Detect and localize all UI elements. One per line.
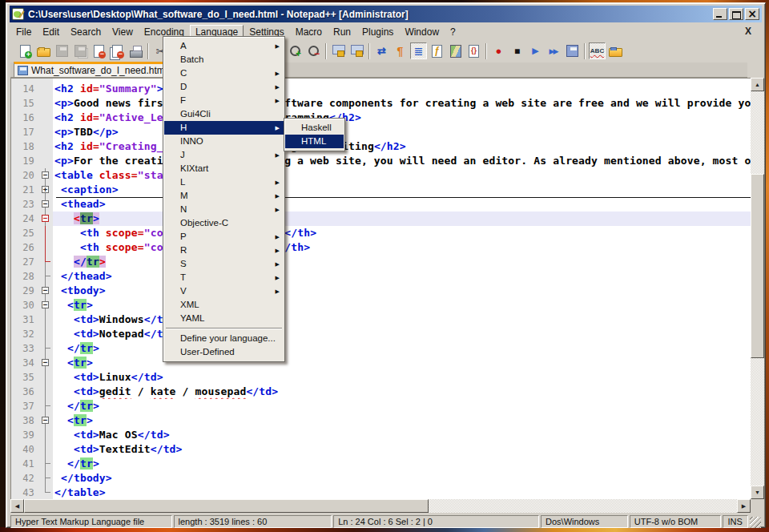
vertical-scrollbar[interactable]: ▲ ▼ (751, 78, 764, 499)
fold-marker[interactable]: − (38, 197, 53, 212)
horizontal-scrollbar[interactable]: ◀ ▶ (10, 499, 751, 513)
word-wrap-icon[interactable] (373, 42, 390, 59)
editor-line[interactable]: 30− <tr> (11, 298, 751, 312)
document-monitor-icon[interactable] (607, 42, 624, 59)
editor-line[interactable]: 31 <td>Windows</td> (11, 312, 751, 327)
fold-marker[interactable] (38, 399, 53, 413)
fold-marker[interactable] (38, 385, 53, 399)
macro-stop-icon[interactable] (509, 42, 525, 59)
editor-line[interactable]: 15<p>Good news first: all necessary soft… (11, 96, 751, 111)
editor-line[interactable]: 26 <th scope="col">Editor programs</th> (11, 240, 751, 255)
editor-line[interactable]: 43</table> (11, 486, 751, 499)
language-menu-item-m[interactable]: M▶ (164, 189, 284, 203)
language-menu-item-objective-c[interactable]: Objective-C (164, 216, 284, 230)
fold-marker[interactable]: − (38, 298, 53, 312)
editor-line[interactable]: 42 </tbody> (11, 471, 751, 486)
editor-line[interactable]: 41 </tr> (11, 457, 751, 471)
language-menu-item-r[interactable]: R▶ (164, 244, 284, 257)
editor-line[interactable]: 16<h2 id="Active_Learning_Method">Progra… (11, 111, 751, 125)
fold-marker[interactable]: − (38, 284, 53, 298)
language-menu-item-xml[interactable]: XML (164, 298, 284, 312)
fold-marker[interactable] (38, 442, 53, 457)
sync-horizontal-scroll-icon[interactable] (348, 42, 365, 59)
language-menu-item-p[interactable]: P▶ (164, 230, 284, 244)
menubar-item-[interactable]: ? (445, 25, 461, 39)
close-button[interactable] (745, 8, 759, 20)
editor-line[interactable]: 29− <tbody> (11, 284, 751, 298)
close-file-icon[interactable] (91, 42, 107, 59)
editor-line[interactable]: 27 </tr> (11, 255, 751, 269)
fold-marker[interactable]: − (38, 212, 53, 226)
language-menu-item-define-your-language[interactable]: Define your language... (164, 332, 284, 345)
editor-line[interactable]: 25 <th scope="col">Operating system</th> (11, 226, 751, 240)
editor-line[interactable]: 18<h2 id="Creating_and_editing">Creating… (11, 139, 751, 154)
macro-save-icon[interactable] (564, 42, 581, 59)
editor-line[interactable]: 33 </tr> (11, 341, 751, 356)
editor-line[interactable]: 32 <td>Notepad</td> (11, 327, 751, 341)
fold-marker[interactable] (38, 471, 53, 486)
macro-play-icon[interactable] (527, 42, 544, 59)
language-menu-item-kixtart[interactable]: KIXtart (164, 162, 284, 175)
language-menu-item-gui4cli[interactable]: Gui4Cli (164, 107, 284, 121)
sync-vertical-scroll-icon[interactable] (330, 42, 347, 59)
document-switcher-icon[interactable] (465, 42, 482, 59)
editor-line[interactable]: 35 <td>Linux</td> (11, 370, 751, 385)
macro-record-icon[interactable] (490, 42, 507, 59)
editor-line[interactable]: 21+ <caption> (11, 183, 751, 197)
editor-line[interactable]: 14<h2 id="Summary">Summary</h2> (11, 82, 751, 96)
document-close-x[interactable]: X (735, 26, 761, 37)
menubar-item-file[interactable]: File (10, 25, 37, 39)
scroll-left-button[interactable]: ◀ (10, 499, 24, 513)
editor-line[interactable]: 23− <thead> (11, 197, 751, 212)
document-map-icon[interactable] (447, 42, 464, 59)
menubar-item-run[interactable]: Run (328, 25, 356, 39)
language-menu-item-s[interactable]: S▶ (164, 257, 284, 271)
language-menu-item-f[interactable]: F▶ (164, 94, 284, 107)
fold-marker[interactable] (38, 486, 53, 499)
language-menu-item-v[interactable]: V▶ (164, 284, 284, 298)
menubar-item-view[interactable]: View (107, 25, 139, 39)
fold-marker[interactable] (38, 255, 53, 269)
fold-marker[interactable] (38, 269, 53, 284)
scroll-up-button[interactable]: ▲ (751, 78, 764, 91)
fold-marker[interactable] (38, 341, 53, 356)
language-menu-item-j[interactable]: J▶ (164, 148, 284, 162)
fold-marker[interactable]: − (38, 356, 53, 370)
menubar-item-macro[interactable]: Macro (290, 25, 328, 39)
menubar-item-search[interactable]: Search (65, 25, 107, 39)
save-all-icon[interactable] (72, 42, 89, 59)
fold-marker[interactable]: + (38, 183, 53, 197)
fold-marker[interactable] (38, 428, 53, 442)
fold-marker[interactable] (38, 312, 53, 327)
language-menu-item-user-defined[interactable]: User-Defined (164, 345, 284, 359)
language-menu-item-t[interactable]: T▶ (164, 271, 284, 284)
editor[interactable]: 14<h2 id="Summary">Summary</h2>15<p>Good… (10, 78, 751, 499)
language-menu-item-n[interactable]: N▶ (164, 203, 284, 216)
menubar-item-edit[interactable]: Edit (37, 25, 65, 39)
maximize-button[interactable] (729, 8, 743, 20)
fold-marker[interactable] (38, 327, 53, 341)
scroll-down-button[interactable]: ▼ (751, 486, 764, 499)
scroll-right-button[interactable]: ▶ (737, 499, 751, 513)
editor-line[interactable]: 37 </tr> (11, 399, 751, 413)
zoom-out-icon[interactable] (305, 42, 322, 59)
language-menu-item-inno[interactable]: INNO (164, 135, 284, 148)
titlebar[interactable]: C:\Users\user\Desktop\What_software_do_I… (10, 6, 762, 22)
menubar-item-window[interactable]: Window (399, 25, 445, 39)
status-insert-mode[interactable]: INS (723, 515, 748, 528)
h-submenu-item-haskell[interactable]: Haskell (285, 121, 344, 135)
fold-marker[interactable]: − (38, 168, 53, 183)
open-file-icon[interactable] (35, 42, 52, 59)
editor-line[interactable]: 24− <tr> (11, 212, 751, 226)
horizontal-scroll-thumb[interactable] (24, 499, 429, 513)
minimize-button[interactable] (713, 8, 727, 20)
editor-line[interactable]: 34− <tr> (11, 356, 751, 370)
vertical-scroll-thumb[interactable] (751, 174, 764, 358)
fold-marker[interactable] (38, 370, 53, 385)
language-menu-item-c[interactable]: C▶ (164, 66, 284, 80)
editor-line[interactable]: 17<p>TBD</p> (11, 125, 751, 139)
indent-guide-icon[interactable] (410, 42, 427, 59)
h-submenu-item-html[interactable]: HTML (285, 135, 344, 148)
menubar-item-plugins[interactable]: Plugins (356, 25, 399, 39)
show-all-characters-icon[interactable] (392, 42, 409, 59)
